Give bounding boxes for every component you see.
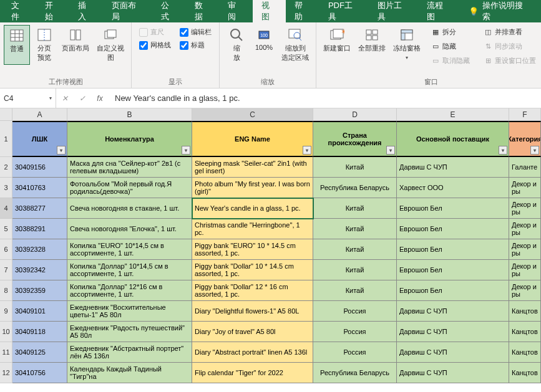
cell[interactable]: 30392328 [12,239,67,260]
fx-icon[interactable]: fx [91,94,109,103]
cell[interactable]: 30388291 [12,219,67,239]
cell[interactable]: Декор и ры [509,178,541,198]
row-header[interactable]: 3 [0,178,12,198]
cell[interactable]: Piggy bank "Dollar" 12 * 16 cm assorted,… [192,280,313,301]
cell[interactable]: Копилка "Доллар" 12*16 см в ассортименте… [67,280,192,301]
cell[interactable]: Дарвиш С ЧУП [397,301,509,322]
tab-help[interactable]: 帮助 [286,0,319,22]
cell[interactable]: Photo album "My first year. I was born (… [192,178,313,198]
row-header[interactable]: 12 [0,363,12,383]
cell[interactable]: Календарь Каждый Тадиный "Тигр"на [67,363,192,383]
column-header[interactable]: E [397,108,509,121]
filter-button[interactable]: ▾ [182,146,190,155]
zoom-button[interactable]: 缩 放 [223,25,250,65]
table-header-cell[interactable]: ENG Name▾ [192,121,313,157]
arrange-all-button[interactable]: 全部重排 [355,25,389,69]
cell[interactable]: Декор и ры [509,239,541,260]
table-header-cell[interactable]: Основной поставщик▾ [397,121,509,157]
cell[interactable]: 30392359 [12,280,67,301]
cell[interactable]: Diary "Delightful flowers-1" A5 80L [192,301,313,322]
cell[interactable]: Еврошоп Бел [397,260,509,280]
column-header[interactable]: D [313,108,397,121]
table-header-cell[interactable]: Категория▾ [509,121,541,157]
sync-scroll-button[interactable]: ⇅同步滚动 [481,41,539,52]
enter-formula-button[interactable]: ✓ [74,88,91,108]
cell[interactable]: 30410756 [12,363,67,383]
cell[interactable]: Галанте [509,157,541,178]
cell[interactable]: 30409125 [12,342,67,363]
reset-position-button[interactable]: ⊞重设窗口位置 [481,55,539,67]
cell[interactable]: Piggy bank "Dollar" 10 * 14.5 cm assorte… [192,260,313,280]
cell[interactable]: Ежедневник "Радость путешествий" А5 80л [67,322,192,342]
cell[interactable]: Китай [313,260,397,280]
column-header[interactable]: C [192,108,313,121]
row-header[interactable]: 11 [0,342,12,363]
cell[interactable]: Китай [313,198,397,219]
select-all-button[interactable] [0,108,12,121]
cell[interactable]: Копилка "EURO" 10*14,5 см в ассортименте… [67,239,192,260]
cell[interactable]: Piggy bank "EURO" 10 * 14.5 cm assorted,… [192,239,313,260]
cell[interactable]: Копилка "Доллар" 10*14,5 см в ассортимен… [67,260,192,280]
cell[interactable]: 30388277 [12,198,67,219]
cell[interactable]: Еврошоп Бел [397,280,509,301]
filter-button[interactable]: ▾ [303,146,311,155]
tab-review[interactable]: 审阅 [219,0,253,22]
cell[interactable]: Дарвиш С ЧУП [397,363,509,383]
column-header[interactable]: F [509,108,541,121]
page-break-preview-button[interactable]: 分页 预览 [31,25,57,65]
cell[interactable]: Декор и ры [509,219,541,239]
cell[interactable]: Ежедневник "Абстрактный портрет" лён А5 … [67,342,192,363]
cell[interactable]: Diary "Abstract portrait" linen A5 136l [192,342,313,363]
filter-button[interactable]: ▾ [530,146,539,155]
tab-tell-me[interactable]: 💡操作说明搜索 [460,0,539,22]
formula-bar-checkbox[interactable]: 编辑栏 [180,27,212,37]
cell[interactable]: Декор и ры [509,260,541,280]
side-by-side-button[interactable]: ◫并排查看 [481,26,539,38]
column-header[interactable]: B [67,108,192,121]
cell[interactable]: 30409101 [12,301,67,322]
filter-button[interactable]: ▾ [386,146,395,155]
custom-views-button[interactable]: 自定义视图 [94,25,127,65]
hide-button[interactable]: ▭隐藏 [429,41,472,52]
row-header[interactable]: 10 [0,322,12,342]
normal-view-button[interactable]: 普通 [4,25,30,65]
cell[interactable]: Декор и ры [509,280,541,301]
cell[interactable]: Маска для сна "Сейлер-кот" 2в1 (с гелевы… [67,157,192,178]
cell[interactable]: Дарвиш С ЧУП [397,342,509,363]
tab-formulas[interactable]: 公式 [152,0,186,22]
cell[interactable]: Christmas candle "Herringbone", 1 pc. [192,219,313,239]
tab-file[interactable]: 文件 [2,0,36,22]
cell[interactable]: Декор и ры [509,198,541,219]
row-header[interactable]: 8 [0,280,12,301]
cell[interactable]: 30410763 [12,178,67,198]
column-header[interactable]: A [12,108,67,121]
name-box[interactable]: C4 ▾ [0,88,56,108]
row-header[interactable]: 1 [0,121,12,157]
row-header[interactable]: 7 [0,260,12,280]
cell[interactable]: 30409156 [12,157,67,178]
cell[interactable]: Республика Беларусь [313,178,397,198]
freeze-panes-button[interactable]: 冻结窗格 ▾ [390,25,424,69]
cell[interactable]: Россия [313,342,397,363]
cell[interactable]: Дарвиш С ЧУП [397,157,509,178]
formula-input[interactable]: New Year's candle in a glass, 1 pc. [109,93,541,103]
cell[interactable]: Китай [313,280,397,301]
row-header[interactable]: 5 [0,219,12,239]
cell[interactable]: Канцтов [509,363,541,383]
filter-button[interactable]: ▾ [499,146,507,155]
cell[interactable]: Харвест ООО [397,178,509,198]
row-header[interactable]: 6 [0,239,12,260]
cell[interactable]: Еврошоп Бел [397,219,509,239]
tab-picture-tools[interactable]: 图片工具 [369,0,418,22]
cell[interactable]: Республика Беларусь [313,363,397,383]
cell[interactable]: Flip calendar "Tiger" for 2022 [192,363,313,383]
cell[interactable]: Фотоальбом "Мой первый год.Я родилась(де… [67,178,192,198]
tab-pdf-tools[interactable]: PDF工具 [319,0,369,22]
cell[interactable]: Еврошоп Бел [397,239,509,260]
cell[interactable]: Канцтов [509,342,541,363]
cell[interactable]: Китай [313,157,397,178]
cancel-formula-button[interactable]: ✕ [56,88,74,108]
cell[interactable]: 30409118 [12,322,67,342]
row-header[interactable]: 4 [0,198,12,219]
cell[interactable]: Еврошоп Бел [397,198,509,219]
